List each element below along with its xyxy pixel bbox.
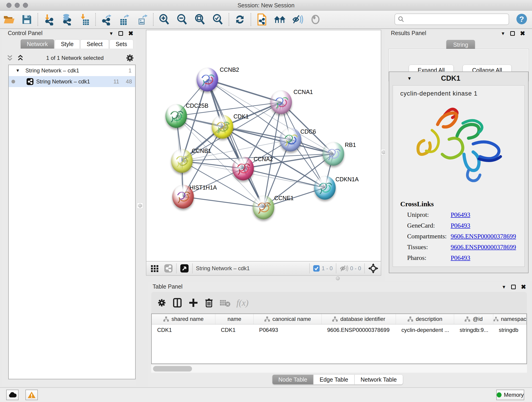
network-share-gray-icon[interactable] xyxy=(164,264,173,273)
table-gear-icon[interactable] xyxy=(157,298,166,307)
help-button[interactable]: ? xyxy=(516,14,527,24)
function-builder-icon[interactable]: f(x) xyxy=(236,298,249,308)
zoom-fit-button[interactable] xyxy=(191,13,209,26)
home-networks-button[interactable] xyxy=(271,13,289,26)
tab-edge-table[interactable]: Edge Table xyxy=(313,375,355,385)
toolbar-search-field[interactable] xyxy=(394,13,509,25)
warnings-button[interactable] xyxy=(25,390,38,400)
network-row[interactable]: String Network – cdk1 11 48 xyxy=(9,76,135,87)
table-horizontal-scrollbar[interactable] xyxy=(151,364,527,373)
crosshair-icon[interactable] xyxy=(368,263,379,274)
export-network-button[interactable] xyxy=(98,13,115,26)
add-column-icon[interactable] xyxy=(188,298,198,308)
network-view-canvas[interactable]: CCNB2 CCNA1 CDC25B CDK1 CDC6 RB1 CCNB1 xyxy=(146,30,381,262)
hidden-eye-icon[interactable] xyxy=(340,265,348,272)
selected-checkbox-icon[interactable] xyxy=(313,265,320,272)
zoom-in-button[interactable] xyxy=(155,13,173,26)
results-panel-close-button[interactable]: ✖ xyxy=(520,30,525,37)
network-node-ccnb1[interactable] xyxy=(171,149,193,173)
scrollbar-thumb[interactable] xyxy=(153,366,192,371)
grid-view-icon[interactable] xyxy=(150,264,159,273)
import-network-database-button[interactable] xyxy=(58,13,76,26)
column-header-canonical-name[interactable]: canonical name xyxy=(254,314,322,324)
control-panel-maximize-button[interactable] xyxy=(119,31,123,36)
crosslink-link[interactable]: 9606.ENSP00000378699 xyxy=(451,233,516,240)
warning-icon xyxy=(27,391,36,399)
network-node-cdk1[interactable] xyxy=(212,115,233,139)
network-node-ccna1[interactable] xyxy=(270,90,292,114)
table-cell[interactable]: 9606.ENSP00000378699 xyxy=(322,325,396,336)
tab-select[interactable]: Select xyxy=(80,39,109,49)
collection-expander-icon[interactable]: ▼ xyxy=(16,68,20,73)
table-cell[interactable]: P06493 xyxy=(254,325,322,336)
show-graphics-details-button[interactable] xyxy=(307,13,324,26)
search-input[interactable] xyxy=(404,16,503,22)
table-cell[interactable]: stringdb:9... xyxy=(454,325,493,336)
network-edge[interactable] xyxy=(243,168,325,188)
column-header-database-identifier[interactable]: database identifier xyxy=(322,314,396,324)
network-node-ccne1[interactable] xyxy=(253,196,274,219)
export-image-button[interactable] xyxy=(133,13,151,26)
table-cell[interactable]: CDK1 xyxy=(215,325,254,336)
crosslink-link[interactable]: P06493 xyxy=(451,222,470,229)
control-panel-close-button[interactable]: ✖ xyxy=(128,30,133,37)
memory-button[interactable]: Memory xyxy=(496,390,524,400)
export-table-button[interactable] xyxy=(115,13,133,26)
tab-node-table[interactable]: Node Table xyxy=(272,375,313,385)
column-header-name[interactable]: name xyxy=(215,314,254,324)
network-edge[interactable] xyxy=(183,197,264,207)
left-splitter-handle[interactable] xyxy=(137,203,143,209)
open-session-button[interactable] xyxy=(0,13,18,26)
tab-sets[interactable]: Sets xyxy=(109,39,133,49)
table-cell[interactable]: CDK1 xyxy=(152,325,215,336)
tab-network[interactable]: Network xyxy=(21,39,54,49)
birdseye-view-icon[interactable] xyxy=(180,264,189,273)
network-node-ccna2[interactable] xyxy=(232,157,254,180)
network-node-ccnb2[interactable] xyxy=(196,68,218,91)
network-edge[interactable] xyxy=(207,80,281,102)
gear-icon[interactable] xyxy=(126,54,134,62)
column-header-shared-name[interactable]: shared name xyxy=(152,314,215,324)
table-panel-maximize-button[interactable] xyxy=(511,285,516,289)
crosslink-link[interactable]: P06493 xyxy=(451,211,470,218)
network-node-rb1[interactable] xyxy=(323,142,344,166)
table-cell[interactable]: stringdb xyxy=(493,325,526,336)
network-collection-row[interactable]: ▼ String Network – cdk1 1 xyxy=(9,65,135,76)
tab-string[interactable]: String xyxy=(446,40,475,50)
import-network-file-button[interactable] xyxy=(40,13,58,26)
apply-layout-button[interactable] xyxy=(231,13,249,26)
protein-card-header[interactable]: ▼ CDK1 xyxy=(389,72,528,85)
control-panel-float-button[interactable]: ▼ xyxy=(109,31,114,36)
protein-expander-icon[interactable]: ▼ xyxy=(407,76,412,81)
network-from-file-button[interactable] xyxy=(253,13,271,26)
cloud-status-button[interactable] xyxy=(6,390,19,400)
import-table-button[interactable] xyxy=(76,13,94,26)
network-node-cdc6[interactable] xyxy=(280,128,301,152)
bottom-splitter-handle[interactable] xyxy=(335,276,341,281)
zoom-selected-button[interactable] xyxy=(209,13,227,26)
network-node-cdc25b[interactable] xyxy=(165,104,187,128)
results-panel-float-button[interactable]: ▼ xyxy=(501,31,505,36)
table-row[interactable]: CDK1CDK1P064939606.ENSP00000378699cyclin… xyxy=(152,325,526,336)
save-session-button[interactable] xyxy=(18,13,36,26)
network-node-cdkn1a[interactable] xyxy=(314,176,336,200)
column-header-namespac[interactable]: namespac xyxy=(493,314,526,324)
column-header-description[interactable]: description xyxy=(396,314,454,324)
crosslink-link[interactable]: P06493 xyxy=(451,254,470,262)
hide-show-graphics-button[interactable] xyxy=(289,13,307,26)
crosslink-link[interactable]: 9606.ENSP00000378699 xyxy=(451,243,516,251)
column-header-label: database identifier xyxy=(340,316,385,322)
column-visibility-icon[interactable] xyxy=(172,298,182,308)
collapse-all-icon[interactable] xyxy=(6,54,14,62)
column-header--id[interactable]: @id xyxy=(454,314,493,324)
table-panel-close-button[interactable]: ✖ xyxy=(521,283,526,291)
table-cell[interactable]: cyclin-dependent ... xyxy=(396,325,454,336)
zoom-out-button[interactable] xyxy=(173,13,191,26)
tab-network-table[interactable]: Network Table xyxy=(355,375,403,385)
results-panel-maximize-button[interactable] xyxy=(510,31,515,36)
table-panel-float-button[interactable]: ▼ xyxy=(502,284,506,290)
tab-style[interactable]: Style xyxy=(55,39,80,49)
delete-column-icon[interactable] xyxy=(204,298,214,308)
delete-table-icon[interactable] xyxy=(220,299,230,307)
expand-all-icon[interactable] xyxy=(17,54,24,62)
